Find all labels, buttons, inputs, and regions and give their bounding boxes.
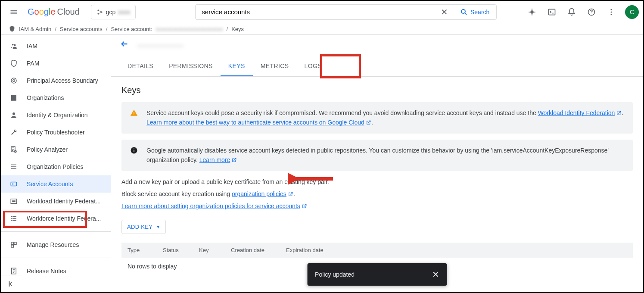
svg-point-15: [12, 184, 13, 185]
tab-metrics[interactable]: METRICS: [253, 56, 297, 76]
sidebar-item-workforce[interactable]: Workforce Identity Federa...: [1, 210, 111, 227]
notes-icon: [9, 267, 18, 275]
breadcrumb-item[interactable]: Service account:: [111, 26, 152, 32]
svg-rect-19: [11, 245, 13, 247]
toast: Policy updated ✕: [307, 263, 447, 286]
link-learn-more-exposure[interactable]: Learn more: [199, 155, 237, 165]
project-name: gcp: [106, 9, 116, 16]
notifications-icon[interactable]: [563, 3, 580, 21]
th-key[interactable]: Key: [199, 247, 217, 253]
sidebar-item-pam[interactable]: PAM: [1, 55, 111, 72]
th-status[interactable]: Status: [163, 247, 185, 253]
user-avatar[interactable]: C: [625, 5, 639, 19]
cloud-shell-icon[interactable]: [543, 3, 560, 21]
list-icon: [9, 163, 18, 171]
page-title: ——————: [137, 41, 184, 50]
sidebar-item-pab[interactable]: Principal Access Boundary: [1, 72, 111, 89]
main-content: —————— DETAILS PERMISSIONS KEYS METRICS …: [111, 35, 643, 292]
link-org-policies[interactable]: organization policies: [232, 189, 293, 199]
sidebar-item-service-accounts[interactable]: Service Accounts: [1, 175, 111, 193]
link-workload-identity[interactable]: Workload Identity Federation: [538, 108, 622, 118]
collapse-sidebar-icon[interactable]: [1, 275, 22, 292]
table-header: Type Status Key Creation date Expiration…: [121, 243, 633, 258]
sidebar-item-analyzer[interactable]: Policy Analyzer: [1, 141, 111, 158]
svg-rect-9: [11, 78, 16, 83]
svg-point-10: [13, 80, 15, 82]
search-icon: [460, 8, 468, 16]
svg-point-1: [97, 13, 99, 14]
person-icon: [9, 111, 18, 119]
tab-permissions[interactable]: PERMISSIONS: [161, 56, 221, 76]
resources-icon: [9, 241, 18, 249]
menu-icon[interactable]: [5, 3, 22, 21]
sidebar: IAM PAM Principal Access Boundary Organi…: [1, 35, 111, 292]
breadcrumb-item[interactable]: Service accounts: [60, 26, 103, 32]
logo-cloud-text: Cloud: [57, 7, 80, 17]
key-badge-icon: [9, 180, 18, 188]
top-bar: Google Cloud gcpxxxx ✕ Search C: [1, 1, 643, 23]
warning-icon: [130, 108, 138, 119]
tabs: DETAILS PERMISSIONS KEYS METRICS LOGS: [111, 56, 643, 76]
svg-rect-17: [11, 242, 13, 244]
svg-point-2: [101, 11, 102, 12]
search-button[interactable]: Search: [453, 5, 496, 19]
project-selector[interactable]: gcpxxxx: [91, 5, 136, 19]
section-heading: Keys: [121, 85, 633, 95]
svg-point-7: [611, 11, 612, 12]
toast-message: Policy updated: [315, 271, 355, 278]
svg-rect-4: [549, 9, 555, 15]
breadcrumb: IAM & Admin / Service accounts / Service…: [1, 23, 643, 35]
link-learn-org-policies[interactable]: Learn more about setting organization po…: [121, 201, 307, 211]
svg-point-6: [611, 9, 612, 10]
back-arrow-icon[interactable]: [120, 39, 130, 51]
svg-point-8: [611, 14, 612, 15]
link-learn-more-auth[interactable]: Learn more about the best way to authent…: [146, 118, 371, 127]
sidebar-item-workload[interactable]: Workload Identity Federat...: [1, 193, 111, 210]
help-icon[interactable]: [583, 3, 600, 21]
text-add-key-desc: Add a new key pair or upload a public ke…: [121, 177, 633, 187]
svg-point-11: [12, 112, 15, 115]
search-box: ✕ Search: [195, 4, 497, 20]
analyzer-icon: [9, 146, 18, 153]
shield-icon: [9, 25, 16, 32]
breadcrumb-item[interactable]: Keys: [231, 26, 244, 32]
info-banner: Google automatically disables service ac…: [121, 140, 633, 171]
dropdown-icon: ▼: [156, 224, 160, 229]
th-type[interactable]: Type: [128, 247, 149, 253]
building-icon: [9, 94, 18, 102]
tab-keys[interactable]: KEYS: [221, 56, 253, 76]
tab-details[interactable]: DETAILS: [120, 56, 161, 76]
more-icon[interactable]: [603, 3, 620, 21]
boundary-icon: [9, 77, 18, 84]
shield-icon: [9, 59, 18, 67]
tab-logs[interactable]: LOGS: [297, 56, 330, 76]
wrench-icon: [9, 128, 18, 136]
sidebar-item-manage-resources[interactable]: Manage Resources: [1, 236, 111, 253]
svg-point-0: [97, 9, 99, 11]
google-cloud-logo[interactable]: Google Cloud: [28, 7, 80, 17]
topbar-actions: C: [523, 3, 639, 21]
sidebar-item-identity[interactable]: Identity & Organization: [1, 106, 111, 124]
info-icon: [130, 146, 138, 157]
sidebar-item-org-policies[interactable]: Organization Policies: [1, 158, 111, 175]
toast-close-icon[interactable]: ✕: [432, 269, 439, 280]
svg-point-3: [461, 9, 465, 13]
breadcrumb-item[interactable]: IAM & Admin: [19, 26, 51, 32]
th-creation-date[interactable]: Creation date: [231, 247, 272, 253]
gemini-icon[interactable]: [523, 3, 541, 21]
svg-rect-18: [14, 242, 16, 244]
add-key-button[interactable]: ADD KEY ▼: [121, 220, 166, 234]
sidebar-item-iam[interactable]: IAM: [1, 37, 111, 55]
people-icon: [9, 42, 18, 50]
sidebar-item-orgs[interactable]: Organizations: [1, 89, 111, 106]
th-expiration-date[interactable]: Expiration date: [286, 247, 333, 253]
warning-banner: Service account keys could pose a securi…: [121, 102, 633, 134]
search-input[interactable]: [196, 8, 436, 16]
federation-icon: [9, 197, 18, 205]
project-icon: [96, 9, 103, 16]
sidebar-item-troubleshooter[interactable]: Policy Troubleshooter: [1, 124, 111, 141]
search-clear-icon[interactable]: ✕: [436, 7, 453, 17]
list-icon: [9, 215, 18, 222]
